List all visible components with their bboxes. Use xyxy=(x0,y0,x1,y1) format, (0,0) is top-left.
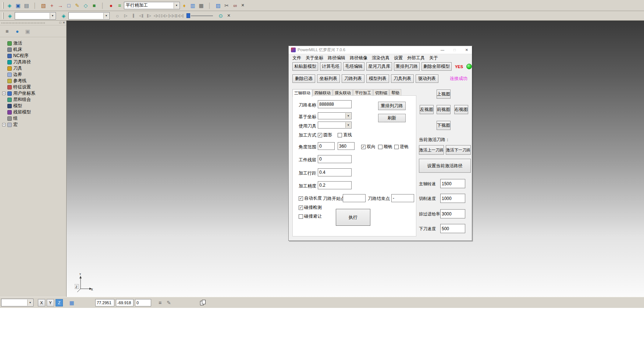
go-start-icon[interactable]: |◁◁ xyxy=(168,13,176,18)
transform-icon[interactable]: → xyxy=(56,1,64,10)
lightbulb-icon[interactable]: ○ xyxy=(113,12,121,20)
panel-grip[interactable] xyxy=(1,22,46,24)
chevron-down-icon[interactable]: ▼ xyxy=(103,13,109,19)
tree-item[interactable]: 参考线 xyxy=(2,78,66,84)
copy-icon[interactable]: ■ xyxy=(90,1,98,10)
refresh-button[interactable]: 刷新 xyxy=(378,114,406,122)
rearrange-toolpaths-button[interactable]: 重排列刀路 xyxy=(394,62,420,71)
world-icon[interactable]: ● xyxy=(13,27,21,35)
measure-icon[interactable]: ◇ xyxy=(82,1,90,10)
spindle-speed-input[interactable] xyxy=(440,179,465,188)
toolbar-close-icon[interactable]: ✕ xyxy=(225,12,232,20)
tree-item[interactable]: 层和组合 xyxy=(2,96,66,103)
tool-icon[interactable]: ♦ xyxy=(180,1,188,10)
menu-render-sim[interactable]: 渲染仿真 xyxy=(372,55,389,61)
nc-program-dropdown[interactable]: ▼ xyxy=(15,12,56,20)
macro-record-icon[interactable]: ● xyxy=(107,1,115,10)
tree-item[interactable]: + 用户坐标系 xyxy=(2,90,66,96)
simulation-speed-slider[interactable] xyxy=(186,13,214,19)
menu-about-coords[interactable]: 关于坐标 xyxy=(306,55,323,61)
cutting-speed-input[interactable] xyxy=(440,194,465,203)
toolbar-close-icon[interactable]: ✕ xyxy=(239,1,246,10)
list-icon[interactable]: ≡ xyxy=(156,299,164,306)
grid-icon[interactable]: ▦ xyxy=(68,299,75,306)
panel-float-icon[interactable]: □ xyxy=(59,21,61,24)
coord-list-button[interactable]: 坐标列表 xyxy=(317,74,340,83)
save-icon[interactable]: ▣ xyxy=(14,1,22,10)
chart-icon[interactable]: ▨ xyxy=(214,1,222,10)
coord-x-input[interactable] xyxy=(95,299,114,306)
slider-handle[interactable] xyxy=(186,13,190,18)
tree-item[interactable]: + 宏 xyxy=(2,122,66,128)
scissors-icon[interactable]: ✂ xyxy=(223,1,231,10)
menu-path-edit[interactable]: 路径编辑 xyxy=(328,55,345,61)
collision-check-checkbox[interactable]: ✓ 碰撞检测 xyxy=(299,204,322,211)
view-left-button[interactable]: 左视图 xyxy=(420,105,434,114)
strategy-dropdown[interactable]: 平行精加工 ▼ xyxy=(124,2,180,9)
pencil-icon[interactable]: ✎ xyxy=(73,1,81,10)
set-active-path-button[interactable]: 设置当前激活路径 xyxy=(419,159,471,173)
line-checkbox[interactable]: 直线 xyxy=(338,132,352,138)
angle-end-input[interactable] xyxy=(338,142,355,150)
activate-next-button[interactable]: 激活下一刀路 xyxy=(446,145,471,155)
chevron-down-icon[interactable]: ▼ xyxy=(50,13,55,19)
rearrange-toolpaths-button-2[interactable]: 重排列刀路 xyxy=(378,102,406,110)
chevron-down-icon[interactable]: ▼ xyxy=(27,299,33,306)
tool-library-button[interactable]: 星河刀具库 xyxy=(366,62,392,71)
pause-icon[interactable]: ∥ xyxy=(130,13,137,18)
calculator-icon[interactable]: ▦ xyxy=(197,1,205,10)
model-list-button[interactable]: 模型列表 xyxy=(366,74,389,83)
view-front-button[interactable]: 前视图 xyxy=(437,105,451,114)
axis-x-button[interactable]: X xyxy=(38,299,45,306)
tree-item[interactable]: 特征设置 xyxy=(2,84,66,90)
expand-icon[interactable]: + xyxy=(2,92,6,95)
view-bottom-button[interactable]: 下视图 xyxy=(437,121,451,130)
collision-avoid-checkbox[interactable]: 碰撞避让 xyxy=(299,213,322,220)
paste-model-icon[interactable]: ▧ xyxy=(39,1,47,10)
tree-item[interactable]: 刀具路径 xyxy=(2,59,66,65)
axis-y-button[interactable]: Y xyxy=(47,299,54,306)
paste-new-model-button[interactable]: 粘贴新模型 xyxy=(292,62,318,71)
conventional-checkbox[interactable]: 逆铣 xyxy=(394,144,409,150)
based-coord-select[interactable]: ▼ xyxy=(318,112,352,119)
tree-item[interactable]: 残留模型 xyxy=(2,109,66,115)
angle-start-input[interactable] xyxy=(318,142,335,150)
menu-file[interactable]: 文件 xyxy=(292,55,301,61)
tree-item[interactable]: 边界 xyxy=(2,71,66,78)
print-icon[interactable]: ▤ xyxy=(22,1,31,10)
bidirectional-checkbox[interactable]: ✓ 双向 xyxy=(361,144,376,150)
step-forward-icon[interactable]: |▷ xyxy=(145,13,153,18)
close-button[interactable]: ✕ xyxy=(462,46,472,54)
view-right-button[interactable]: 右视图 xyxy=(454,105,468,114)
tree-item[interactable]: NC程序 xyxy=(2,53,66,59)
activate-prev-button[interactable]: 激活上一刀路 xyxy=(419,145,444,155)
view-preset-dropdown[interactable]: ▼ xyxy=(1,299,33,306)
workplane-icon[interactable]: + xyxy=(48,1,56,10)
menu-settings[interactable]: 设置 xyxy=(394,55,403,61)
tree-item[interactable]: 模型 xyxy=(2,103,66,109)
toolpath-list-button[interactable]: 刀路列表 xyxy=(342,74,364,83)
delete-selected-button[interactable]: 删除已选 xyxy=(292,74,315,83)
start-point-input[interactable] xyxy=(343,194,366,202)
execute-button[interactable]: 执行 xyxy=(336,209,370,226)
panel-close-icon[interactable]: ✕ xyxy=(63,21,65,24)
view-top-button[interactable]: 上视图 xyxy=(437,89,451,99)
stock-edit-button[interactable]: 毛坯编辑 xyxy=(343,62,364,71)
mirror-icon[interactable]: □ xyxy=(65,1,73,10)
use-tool-select[interactable]: ▼ xyxy=(318,122,352,129)
tree-item[interactable]: 刀具 xyxy=(2,65,66,71)
stepover-input[interactable] xyxy=(318,168,352,176)
tree-view-icon[interactable]: ≡ xyxy=(3,27,11,35)
dialog-title-bar[interactable]: PowerMILL 忆梦星河 7.0.6 — □ ✕ xyxy=(289,46,472,54)
delete-all-models-button[interactable]: 删除全部模型 xyxy=(421,62,452,71)
menu-about[interactable]: 关于 xyxy=(429,55,438,61)
tree-item[interactable]: 组 xyxy=(2,115,66,122)
chevron-down-icon[interactable]: ▼ xyxy=(174,3,179,8)
goggles-icon[interactable]: ∞ xyxy=(231,1,239,10)
toolpath-list-icon[interactable]: ≡ xyxy=(115,1,124,10)
circle-checkbox[interactable]: ✓ 圆形 xyxy=(318,132,332,138)
skim-feed-input[interactable] xyxy=(440,209,465,218)
stats-icon[interactable]: ▥ xyxy=(189,1,197,10)
tree-item[interactable]: 激活 xyxy=(2,40,66,46)
chevron-down-icon[interactable]: ▼ xyxy=(345,122,351,128)
